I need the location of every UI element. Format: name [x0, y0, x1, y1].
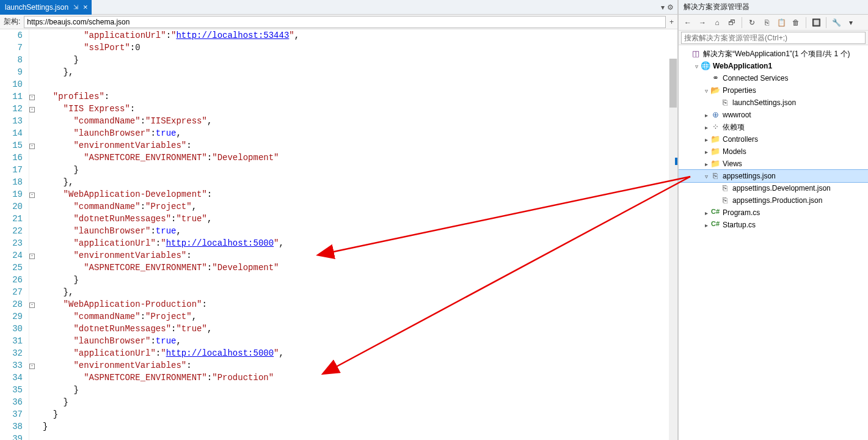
code-editor[interactable]: 6789101112131415161718192021222324252627… — [0, 29, 677, 440]
tree-item[interactable]: ⚭Connected Services — [679, 72, 868, 84]
tree-item[interactable]: ⎘appsettings.Development.json — [679, 182, 868, 194]
expand-icon[interactable]: ▸ — [702, 222, 710, 229]
toolbar-button[interactable]: 🔲 — [809, 16, 823, 29]
expand-icon[interactable]: ▿ — [692, 63, 701, 70]
code-line[interactable]: }, — [39, 66, 677, 78]
code-line[interactable]: "environmentVariables": — [39, 359, 677, 372]
fold-toggle-icon[interactable]: - — [29, 364, 35, 369]
expand-icon[interactable]: ▸ — [702, 210, 710, 216]
schema-add-icon[interactable]: + — [666, 18, 677, 26]
code-line[interactable]: "WebApplication-Development": — [39, 188, 677, 200]
tree-item[interactable]: ◫解决方案“WebApplication1”(1 个项目/共 1 个) — [679, 48, 868, 60]
tab-dropdown-icon[interactable]: ▾ — [661, 3, 665, 12]
line-number: 38 — [0, 420, 23, 433]
code-line[interactable]: "applicationUrl":"http://localhost:53443… — [39, 29, 677, 42]
code-line[interactable]: "environmentVariables": — [39, 139, 677, 152]
line-number: 26 — [0, 274, 23, 286]
code-line[interactable]: "environmentVariables": — [39, 249, 677, 262]
fold-toggle-icon[interactable]: - — [29, 144, 35, 149]
code-line[interactable]: } — [39, 274, 677, 286]
expand-icon[interactable]: ▸ — [702, 136, 710, 143]
toolbar-button[interactable]: 🔧 — [830, 16, 843, 29]
scrollbar-thumb[interactable] — [669, 59, 677, 108]
code-line[interactable]: }, — [39, 286, 677, 298]
tree-item[interactable]: ▸📁Models — [679, 145, 868, 158]
tree-item[interactable]: ⎘appsettings.Production.json — [679, 194, 868, 207]
tree-item[interactable]: ▿⎘appsettings.json — [679, 170, 868, 182]
tree-item[interactable]: ▿🌐WebApplication1 — [679, 60, 868, 72]
search-input[interactable] — [681, 32, 866, 44]
code-line[interactable]: "launchBrowser":true, — [39, 127, 677, 139]
expand-icon[interactable]: ▸ — [702, 161, 710, 167]
toolbar-button[interactable]: 🗗 — [725, 16, 739, 29]
gear-icon[interactable]: ⚙ — [667, 3, 674, 12]
expand-icon[interactable]: ▸ — [702, 112, 710, 119]
toolbar-button[interactable]: ↻ — [745, 16, 759, 29]
code-line[interactable]: } — [39, 384, 677, 396]
code-line[interactable] — [39, 78, 677, 90]
tree-item[interactable]: ▸📁Views — [679, 158, 868, 170]
line-number: 39 — [0, 433, 23, 440]
close-icon[interactable]: × — [83, 2, 88, 12]
toolbar-button[interactable]: ← — [681, 16, 695, 29]
toolbar-button[interactable]: → — [696, 16, 709, 29]
code-line[interactable]: "commandName":"IISExpress", — [39, 115, 677, 127]
code-line[interactable]: }, — [39, 176, 677, 188]
tree-item[interactable]: ▸⊕wwwroot — [679, 109, 868, 121]
code-line[interactable]: "sslPort":0 — [39, 42, 677, 54]
code-line[interactable]: "applicationUrl":"http://localhost:5000"… — [39, 237, 677, 249]
toolbar-button[interactable]: ▾ — [844, 16, 858, 29]
fold-gutter[interactable]: ------- — [29, 29, 39, 440]
solution-tree[interactable]: ◫解决方案“WebApplication1”(1 个项目/共 1 个)▿🌐Web… — [679, 45, 868, 440]
code-line[interactable] — [39, 433, 677, 440]
tree-item[interactable]: ▸C#Program.cs — [679, 207, 868, 219]
code-line[interactable]: "profiles": — [39, 90, 677, 103]
tree-item[interactable]: ▿📂Properties — [679, 84, 868, 97]
expand-icon[interactable]: ▿ — [702, 87, 710, 94]
fold-toggle-icon[interactable]: - — [29, 95, 35, 100]
fold-toggle-icon[interactable]: - — [29, 302, 35, 308]
tree-item[interactable]: ▸📁Controllers — [679, 133, 868, 145]
scrollbar-track[interactable] — [669, 59, 677, 440]
code-line[interactable]: "commandName":"Project", — [39, 200, 677, 213]
tree-item-label: Models — [723, 147, 746, 156]
code-line[interactable]: } — [39, 396, 677, 408]
toolbar-button[interactable]: 📋 — [775, 16, 788, 29]
pin-icon[interactable]: ⇲ — [73, 4, 78, 10]
code-body[interactable]: "applicationUrl":"http://localhost:53443… — [39, 29, 677, 440]
code-line[interactable]: } — [39, 164, 677, 176]
code-line[interactable]: } — [39, 408, 677, 420]
expand-icon[interactable]: ▸ — [702, 148, 710, 155]
code-line[interactable]: "applicationUrl":"http://localhost:5000"… — [39, 347, 677, 359]
code-line[interactable]: "commandName":"Project", — [39, 310, 677, 323]
code-line[interactable]: "launchBrowser":true, — [39, 335, 677, 347]
toolbar-button[interactable]: ⌂ — [710, 16, 724, 29]
expand-icon[interactable]: ▸ — [702, 124, 710, 131]
tree-item[interactable]: ▸⁘依赖项 — [679, 121, 868, 133]
globe-icon: ⊕ — [710, 110, 720, 120]
code-line[interactable]: "dotnetRunMessages":"true", — [39, 323, 677, 335]
expand-icon[interactable]: ▿ — [702, 173, 710, 180]
fold-toggle-icon[interactable]: - — [29, 107, 35, 112]
file-tab-active[interactable]: launchSettings.json ⇲ × — [0, 0, 92, 15]
code-line[interactable]: "IIS Express": — [39, 103, 677, 115]
code-line[interactable]: "WebApplication-Production": — [39, 298, 677, 310]
code-line[interactable]: } — [39, 420, 677, 433]
tree-item-label: Startup.cs — [723, 221, 756, 229]
toolbar-button[interactable]: 🗑 — [789, 16, 803, 29]
code-line[interactable]: "ASPNETCORE_ENVIRONMENT":"Development" — [39, 262, 677, 274]
tree-item[interactable]: ▸C#Startup.cs — [679, 219, 868, 231]
line-number: 15 — [0, 139, 23, 152]
tree-item[interactable]: ⎘launchSettings.json — [679, 97, 868, 109]
code-line[interactable]: "dotnetRunMessages":"true", — [39, 213, 677, 225]
fold-toggle-icon[interactable]: - — [29, 254, 35, 259]
schema-input[interactable] — [24, 16, 666, 28]
code-line[interactable]: "launchBrowser":true, — [39, 225, 677, 237]
line-number: 18 — [0, 176, 23, 188]
tree-item-label: appsettings.Development.json — [732, 184, 831, 193]
code-line[interactable]: "ASPNETCORE_ENVIRONMENT":"Production" — [39, 372, 677, 384]
code-line[interactable]: } — [39, 54, 677, 66]
fold-toggle-icon[interactable]: - — [29, 193, 35, 198]
toolbar-button[interactable]: ⎘ — [760, 16, 773, 29]
code-line[interactable]: "ASPNETCORE_ENVIRONMENT":"Development" — [39, 152, 677, 164]
